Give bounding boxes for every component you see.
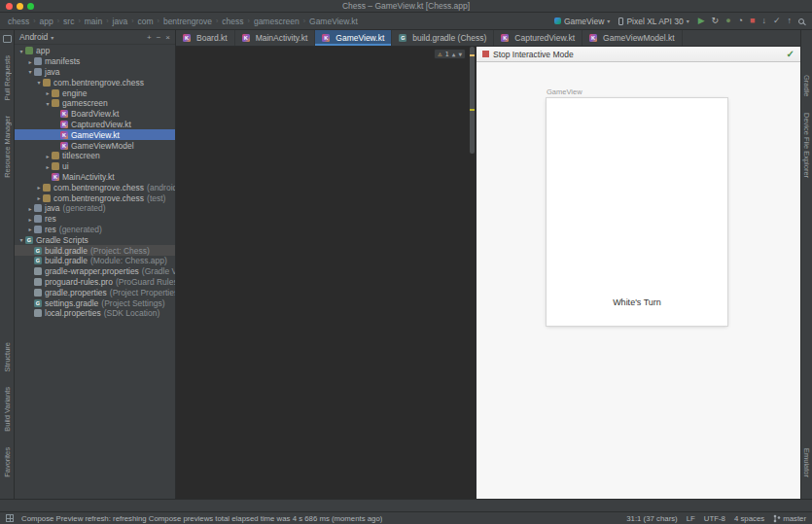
scrollbar-thumb[interactable] bbox=[470, 47, 475, 154]
tree-item-gradle-properties-project-properties[interactable]: gradle.properties(Project Properties) bbox=[15, 287, 175, 297]
tree-item-app[interactable]: ▾app bbox=[15, 46, 175, 56]
tree-item-gradle-scripts[interactable]: ▾GGradle Scripts bbox=[15, 234, 175, 245]
chevron-closed-icon[interactable]: ▸ bbox=[44, 89, 52, 96]
breadcrumb-item-gameview-kt[interactable]: GameView.kt bbox=[309, 17, 358, 26]
git-commit-button[interactable]: ✓ bbox=[773, 17, 781, 25]
tree-item-boardview-kt[interactable]: KBoardView.kt bbox=[15, 109, 175, 120]
indent-indicator[interactable]: 4 spaces bbox=[734, 514, 764, 523]
caret-position[interactable]: 31:1 (37 chars) bbox=[626, 514, 677, 523]
tool-strip-pull-requests[interactable]: Pull Requests bbox=[3, 55, 12, 100]
tree-item-build-gradle-module-chess-app[interactable]: Gbuild.gradle(Module: Chess.app) bbox=[15, 256, 175, 266]
tab-board-kt[interactable]: KBoard.kt bbox=[176, 30, 235, 46]
close-window-button[interactable] bbox=[6, 3, 13, 10]
tool-strip-emulator[interactable]: Emulator bbox=[802, 448, 811, 477]
toolwindow-switcher-icon[interactable] bbox=[6, 514, 14, 522]
chevron-closed-icon[interactable]: ▸ bbox=[35, 194, 43, 201]
stop-interactive-mode-button[interactable]: Stop Interactive Mode bbox=[493, 50, 574, 59]
preview-canvas[interactable]: GameView White's Turn bbox=[477, 62, 800, 499]
device-selector[interactable]: Pixel XL API 30 ▾ bbox=[618, 17, 688, 26]
breadcrumb-item-bentrengrove[interactable]: bentrengrove bbox=[163, 17, 212, 26]
code-editor[interactable]: ⚠ 1 ▲ ▼ bbox=[176, 47, 476, 499]
weak-warning-stripe-mark[interactable] bbox=[470, 109, 475, 111]
tree-item-titlescreen[interactable]: ▸titlescreen bbox=[15, 151, 175, 161]
tree-item-java-generated[interactable]: ▸java(generated) bbox=[15, 203, 175, 214]
tab-gameviewmodel-kt[interactable]: KGameViewModel.kt bbox=[583, 30, 683, 46]
editor-scrollbar[interactable] bbox=[469, 47, 476, 499]
next-issue-icon[interactable]: ▼ bbox=[458, 51, 462, 57]
minimize-window-button[interactable] bbox=[17, 3, 23, 10]
tree-item-settings-gradle-project-settings[interactable]: Gsettings.gradle(Project Settings) bbox=[15, 297, 175, 308]
tool-strip-gradle[interactable]: Gradle bbox=[802, 75, 811, 97]
chevron-closed-icon[interactable]: ▸ bbox=[26, 216, 34, 223]
chevron-open-icon[interactable]: ▾ bbox=[18, 236, 25, 243]
tree-item-com-bentrengrove-chess-androidtest[interactable]: ▸com.bentrengrove.chess(androidTest) bbox=[15, 182, 175, 192]
breadcrumb-item-main[interactable]: main bbox=[85, 17, 102, 26]
tree-item-java[interactable]: ▾java bbox=[15, 67, 175, 78]
run-config-selector[interactable]: GameView ▾ bbox=[554, 17, 610, 26]
git-branch-indicator[interactable]: master bbox=[773, 514, 806, 523]
project-tool-icon[interactable] bbox=[3, 35, 12, 43]
hide-panel-icon[interactable]: × bbox=[165, 33, 170, 42]
chevron-closed-icon[interactable]: ▸ bbox=[26, 205, 34, 212]
breadcrumb-item-gamescreen[interactable]: gamescreen bbox=[254, 17, 300, 26]
breadcrumb-item-src[interactable]: src bbox=[63, 17, 74, 26]
chevron-open-icon[interactable]: ▾ bbox=[44, 100, 52, 107]
git-push-button[interactable]: ↑ bbox=[788, 17, 793, 25]
tab-build-gradle-chess[interactable]: Gbuild.gradle (Chess) bbox=[392, 30, 494, 46]
chevron-closed-icon[interactable]: ▸ bbox=[44, 153, 52, 159]
chevron-open-icon[interactable]: ▾ bbox=[26, 68, 34, 75]
collapse-all-icon[interactable]: − bbox=[157, 33, 161, 42]
expand-all-icon[interactable]: + bbox=[147, 33, 152, 42]
search-everywhere-icon[interactable] bbox=[798, 18, 804, 24]
chevron-closed-icon[interactable]: ▸ bbox=[35, 184, 43, 191]
git-update-button[interactable]: ↓ bbox=[761, 17, 766, 25]
breadcrumb-item-java[interactable]: java bbox=[113, 17, 128, 26]
fullscreen-window-button[interactable] bbox=[27, 3, 34, 10]
inspections-widget[interactable]: ⚠ 1 ▲ ▼ bbox=[434, 49, 466, 59]
breadcrumb-item-app[interactable]: app bbox=[40, 17, 53, 26]
chevron-open-icon[interactable]: ▾ bbox=[35, 79, 43, 86]
tree-item-capturedview-kt[interactable]: KCapturedView.kt bbox=[15, 120, 175, 130]
breadcrumb-item-chess[interactable]: chess bbox=[222, 17, 243, 26]
tree-item-manifests[interactable]: ▸manifests bbox=[15, 56, 175, 67]
breadcrumb-item-chess[interactable]: chess bbox=[8, 17, 29, 26]
tab-gameview-kt[interactable]: KGameView.kt bbox=[315, 30, 392, 46]
tree-item-gradle-wrapper-properties-gradle-version[interactable]: gradle-wrapper.properties(Gradle Version… bbox=[15, 266, 175, 277]
tree-item-com-bentrengrove-chess[interactable]: ▾com.bentrengrove.chess bbox=[15, 77, 175, 87]
line-ending-indicator[interactable]: LF bbox=[687, 514, 695, 523]
tool-strip-structure[interactable]: Structure bbox=[3, 342, 12, 371]
tree-item-proguard-rules-pro-proguard-rules-for-ch[interactable]: proguard-rules.pro(ProGuard Rules for Ch bbox=[15, 277, 175, 288]
tool-strip-build-variants[interactable]: Build Variants bbox=[3, 387, 12, 432]
run-button[interactable]: ▶ bbox=[698, 17, 705, 25]
apply-changes-button[interactable]: ↻ bbox=[712, 17, 720, 25]
tree-item-mainactivity-kt[interactable]: KMainActivity.kt bbox=[15, 172, 175, 183]
tree-item-build-gradle-project-chess[interactable]: Gbuild.gradle(Project: Chess) bbox=[15, 245, 175, 256]
chevron-closed-icon[interactable]: ▸ bbox=[26, 58, 34, 65]
tree-item-gameviewmodel[interactable]: KGameViewModel bbox=[15, 140, 175, 151]
tree-item-res[interactable]: ▸res bbox=[15, 214, 175, 225]
breadcrumb-item-com[interactable]: com bbox=[138, 17, 154, 26]
tab-mainactivity-kt[interactable]: KMainActivity.kt bbox=[235, 30, 316, 46]
debug-button[interactable]: ● bbox=[725, 17, 730, 25]
tree-item-local-properties-sdk-location[interactable]: local.properties(SDK Location) bbox=[15, 308, 175, 319]
chevron-open-icon[interactable]: ▾ bbox=[18, 48, 25, 54]
tool-strip-resource-manager[interactable]: Resource Manager bbox=[3, 116, 12, 178]
prev-issue-icon[interactable]: ▲ bbox=[452, 51, 456, 57]
tree-item-gamescreen[interactable]: ▾gamescreen bbox=[15, 98, 175, 109]
chevron-closed-icon[interactable]: ▸ bbox=[44, 163, 52, 170]
tool-strip-device-file-explorer[interactable]: Device File Explorer bbox=[802, 113, 811, 178]
profiler-button[interactable]: ◔ bbox=[738, 17, 743, 25]
warning-stripe-mark[interactable] bbox=[470, 54, 475, 56]
tree-item-com-bentrengrove-chess-test[interactable]: ▸com.bentrengrove.chess(test) bbox=[15, 192, 175, 203]
stop-button[interactable]: ■ bbox=[750, 17, 755, 25]
project-view-selector[interactable]: Android bbox=[19, 32, 48, 42]
tab-capturedview-kt[interactable]: KCapturedView.kt bbox=[494, 30, 583, 46]
tree-item-ui[interactable]: ▸ui bbox=[15, 161, 175, 172]
tree-item-engine[interactable]: ▸engine bbox=[15, 87, 175, 98]
tree-item-res-generated[interactable]: ▸res(generated) bbox=[15, 225, 175, 235]
encoding-indicator[interactable]: UTF-8 bbox=[704, 514, 725, 523]
chevron-closed-icon[interactable]: ▸ bbox=[26, 226, 34, 232]
tool-strip-favorites[interactable]: Favorites bbox=[3, 447, 12, 477]
chess-board[interactable] bbox=[547, 99, 726, 278]
tree-item-gameview-kt[interactable]: KGameView.kt bbox=[15, 129, 175, 140]
